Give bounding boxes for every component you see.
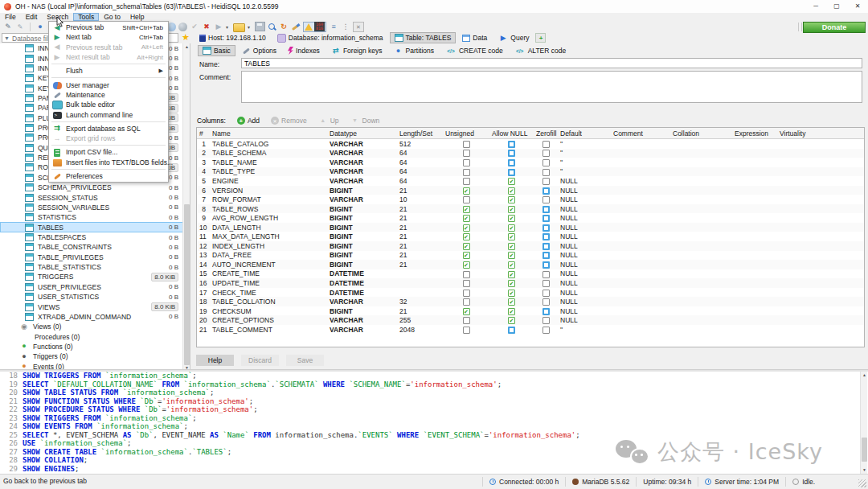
column-comment[interactable] [611,204,670,214]
column-collation[interactable] [670,260,732,269]
column-comment[interactable] [611,223,670,232]
log-lines-icon[interactable] [329,23,338,31]
zerofill-checkbox[interactable] [542,308,550,315]
sidebar-node-triggers-0[interactable]: Triggers (0) [0,351,190,361]
allow-null-checkbox[interactable] [508,317,515,324]
column-default[interactable]: NULL [558,315,611,325]
tools-menu-item-insert-files-into-text-blob-fields[interactable]: Insert files into TEXT/BLOB fields... [49,158,168,167]
column-name[interactable]: DATA_LENGTH [210,223,327,232]
column-name[interactable]: AVG_ROW_LENGTH [210,213,327,223]
column-virtuality[interactable] [777,139,825,149]
discard-button[interactable]: Discard [241,355,279,366]
column-expression[interactable] [732,195,777,204]
column-virtuality[interactable] [777,204,825,214]
column-collation[interactable] [670,297,732,306]
column-expression[interactable] [732,232,777,241]
grid-row[interactable]: 6VERSIONBIGINT21NULL [197,186,864,195]
column-length[interactable]: 64 [397,176,443,186]
grid-header-[interactable]: # [197,128,210,139]
column-length[interactable]: 21 [397,204,443,214]
column-length[interactable]: 21 [397,232,443,241]
column-comment[interactable] [611,195,670,204]
grid-row[interactable]: 12INDEX_LENGTHBIGINT21NULL [197,241,864,251]
column-length[interactable]: 10 [397,195,443,204]
sidebar-scroll-thumb[interactable] [184,204,190,365]
table-comment-input[interactable] [241,71,862,103]
reload-icon[interactable] [279,23,289,31]
column-expression[interactable] [732,251,777,261]
sidebar-table-table-statistics[interactable]: TABLE_STATISTICS0 B [0,262,190,272]
column-default[interactable]: NULL [558,306,611,316]
column-length[interactable]: 64 [397,167,443,177]
column-default[interactable]: NULL [558,213,611,223]
session-manager-icon[interactable] [35,23,45,31]
allow-null-checkbox[interactable] [508,243,515,250]
column-length[interactable]: 21 [397,251,443,261]
column-datatype[interactable]: DATETIME [327,288,397,298]
column-length[interactable] [397,269,443,279]
column-collation[interactable] [670,213,732,223]
sidebar-table-statistics[interactable]: STATISTICS0 B [0,212,190,222]
zerofill-checkbox[interactable] [542,271,550,278]
column-virtuality[interactable] [777,278,825,288]
grid-row[interactable]: 10DATA_LENGTHBIGINT21NULL [197,223,864,232]
unsigned-checkbox[interactable] [463,178,470,185]
allow-null-checkbox[interactable] [508,206,515,213]
cancel-icon[interactable] [202,23,211,31]
column-length[interactable]: 255 [397,315,443,325]
grid-row[interactable]: 9AVG_ROW_LENGTHBIGINT21NULL [197,213,864,223]
column-collation[interactable] [670,269,732,279]
grid-row[interactable]: 4TABLE_TYPEVARCHAR64'' [197,167,864,177]
column-datatype[interactable]: BIGINT [327,223,397,232]
tools-menu-item-launch-command-line[interactable]: Launch command line [49,109,168,119]
column-name[interactable]: CREATE_TIME [210,269,327,279]
column-name[interactable]: CREATE_OPTIONS [210,315,327,325]
session-tab-host-192-168-1-10[interactable]: Host: 192.168.1.10 [194,32,271,43]
column-datatype[interactable]: BIGINT [327,213,397,223]
grid-header-comment[interactable]: Comment [611,128,670,139]
menu-file[interactable]: File [0,13,21,21]
column-expression[interactable] [732,186,777,195]
column-collation[interactable] [670,176,732,186]
menu-edit[interactable]: Edit [21,13,43,21]
grid-row[interactable]: 3TABLE_NAMEVARCHAR64'' [197,158,864,167]
column-virtuality[interactable] [777,297,825,306]
sql-log-scrollbar[interactable]: ▲ ▼ [860,372,867,474]
zerofill-checkbox[interactable] [542,243,550,250]
column-name[interactable]: TABLE_TYPE [210,167,327,177]
column-collation[interactable] [670,204,732,214]
column-expression[interactable] [732,204,777,214]
menu-tools[interactable]: Tools [73,13,99,21]
grid-header-allow-null[interactable]: Allow NULL [489,128,534,139]
unsigned-checkbox[interactable] [463,187,470,195]
allow-null-checkbox[interactable] [508,169,515,176]
column-comment[interactable] [611,158,670,167]
column-virtuality[interactable] [777,269,825,279]
sidebar-table-user-privileges[interactable]: USER_PRIVILEGES0 B [0,282,190,292]
column-virtuality[interactable] [777,241,825,251]
column-default[interactable]: NULL [558,251,611,261]
column-datatype[interactable]: VARCHAR [327,195,397,204]
up-column-button[interactable]: Up [318,116,339,125]
column-expression[interactable] [732,158,777,167]
grid-row[interactable]: 19CHECKSUMBIGINT21NULL [197,306,864,316]
column-collation[interactable] [670,325,732,335]
column-virtuality[interactable] [777,288,825,298]
allow-null-checkbox[interactable] [508,141,515,148]
column-name[interactable]: TABLE_COLLATION [210,297,327,306]
close-grid-icon[interactable] [353,22,364,32]
column-default[interactable]: NULL [558,223,611,232]
sidebar-node-procedures-0[interactable]: Procedures (0) [0,331,190,341]
column-name[interactable]: CHECKSUM [210,306,327,316]
column-expression[interactable] [732,213,777,223]
column-comment[interactable] [611,139,670,149]
remove-column-button[interactable]: Remove [271,117,307,125]
sidebar-table-user-statistics[interactable]: USER_STATISTICS0 B [0,292,190,302]
sidebar-table-session-variables[interactable]: SESSION_VARIABLES0 B [0,203,190,212]
resize-grip[interactable] [858,479,866,487]
column-expression[interactable] [732,149,777,158]
column-collation[interactable] [670,251,732,261]
column-comment[interactable] [611,149,670,158]
unsigned-checkbox[interactable] [463,271,470,278]
tools-menu-item-next-tab[interactable]: Next tabCtrl+Tab [49,32,168,42]
